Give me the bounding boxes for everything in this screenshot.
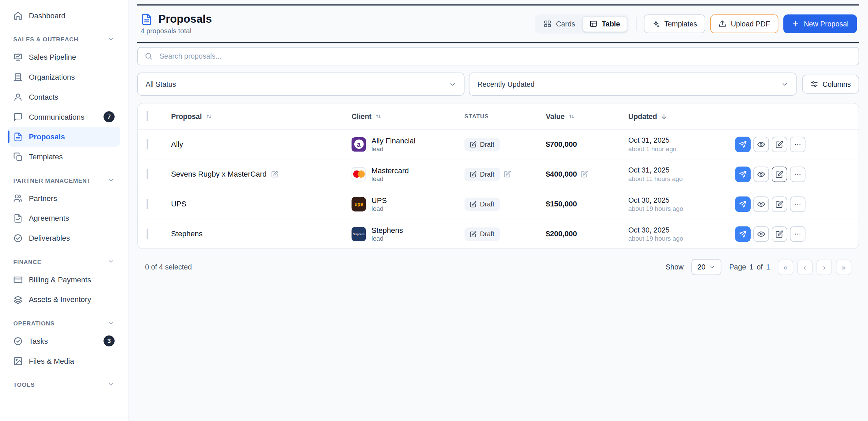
sort-icon — [568, 113, 575, 120]
more-button[interactable] — [790, 136, 806, 152]
sidebar-section-tools[interactable]: TOOLS — [8, 371, 120, 393]
view-cards-button[interactable]: Cards — [537, 16, 583, 32]
eye-icon — [757, 200, 765, 208]
sidebar-section-partner-management[interactable]: PARTNER MANAGEMENT — [8, 166, 120, 188]
row-checkbox[interactable] — [147, 198, 148, 209]
header-divider — [137, 42, 859, 43]
sidebar-item-templates[interactable]: Templates — [8, 147, 120, 167]
more-button[interactable] — [790, 166, 806, 182]
sidebar-item-proposals[interactable]: Proposals — [8, 127, 120, 147]
view-button[interactable] — [753, 196, 769, 212]
send-button[interactable] — [735, 136, 751, 152]
send-button[interactable] — [735, 166, 751, 182]
pagination: « ‹ › » — [778, 259, 851, 275]
column-header-updated[interactable]: Updated — [628, 112, 735, 120]
eye-icon — [757, 140, 765, 148]
sidebar-item-agreements[interactable]: Agreements — [8, 208, 120, 228]
view-button[interactable] — [753, 166, 769, 182]
edit-value-icon[interactable] — [581, 171, 588, 178]
first-page-button[interactable]: « — [778, 259, 793, 275]
sort-select[interactable]: Recently Updated — [469, 73, 796, 96]
divider — [636, 17, 637, 31]
edit-icon — [470, 230, 477, 237]
status-filter-select[interactable]: All Status — [137, 73, 465, 96]
templates-button[interactable]: Templates — [644, 14, 706, 33]
chevron-down-icon — [449, 81, 456, 88]
edit-button[interactable] — [772, 196, 787, 212]
column-header-proposal[interactable]: Proposal — [171, 112, 351, 120]
edit-icon — [775, 170, 783, 178]
grid-icon — [544, 20, 552, 28]
row-checkbox[interactable] — [147, 168, 148, 179]
more-button[interactable] — [790, 196, 806, 212]
file-signature-icon — [13, 213, 23, 223]
client-logo: ups — [352, 197, 366, 211]
sort-icon — [375, 113, 382, 120]
select-all-checkbox[interactable] — [147, 111, 148, 121]
edit-name-icon[interactable] — [271, 171, 278, 178]
edit-button[interactable] — [772, 166, 787, 182]
prev-page-button[interactable]: ‹ — [797, 259, 813, 275]
send-button[interactable] — [735, 226, 751, 242]
row-checkbox[interactable] — [147, 228, 148, 239]
sidebar-item-assets-inventory[interactable]: Assets & Inventory — [8, 289, 120, 309]
sidebar-item-deliverables[interactable]: Deliverables — [8, 228, 120, 248]
edit-button[interactable] — [772, 226, 787, 242]
edit-button[interactable] — [772, 136, 787, 152]
sidebar: Dashboard SALES & OUTREACH Sales Pipelin… — [0, 0, 129, 421]
page-indicator: Page 1 of 1 — [729, 263, 770, 271]
proposal-value: $200,000 — [546, 230, 577, 238]
edit-icon — [470, 171, 477, 178]
sidebar-item-sales-pipeline[interactable]: Sales Pipeline — [8, 47, 120, 67]
status-badge[interactable]: Draft — [465, 138, 500, 151]
sidebar-section-operations[interactable]: OPERATIONS — [8, 309, 120, 331]
last-page-button[interactable]: » — [836, 259, 851, 275]
client-name: Mastercard — [372, 166, 409, 175]
page-header: Proposals 4 proposals total Cards Table — [137, 5, 859, 42]
sidebar-section-finance[interactable]: FINANCE — [8, 248, 120, 269]
status-badge[interactable]: Draft — [465, 167, 500, 181]
proposal-name: Ally — [171, 140, 183, 148]
new-proposal-button[interactable]: New Proposal — [783, 14, 857, 33]
sidebar-item-dashboard[interactable]: Dashboard — [8, 5, 120, 25]
status-badge[interactable]: Draft — [465, 197, 500, 210]
sidebar-item-organizations[interactable]: Organizations — [8, 67, 120, 87]
chat-icon — [13, 112, 23, 122]
column-header-client[interactable]: Client — [352, 112, 465, 120]
page-size-select[interactable]: 20 — [691, 259, 722, 275]
view-table-button[interactable]: Table — [583, 16, 627, 32]
row-checkbox[interactable] — [147, 139, 148, 149]
sidebar-item-communications[interactable]: Communications 7 — [8, 107, 120, 127]
sidebar-item-contacts[interactable]: Contacts — [8, 87, 120, 107]
plus-icon — [792, 20, 800, 28]
send-button[interactable] — [735, 196, 751, 212]
search-input[interactable] — [158, 52, 852, 61]
view-button[interactable] — [753, 226, 769, 242]
table-row: Stephens Stephens Stephens lead Draft — [138, 219, 859, 249]
edit-status-icon[interactable] — [504, 171, 511, 178]
sidebar-item-partners[interactable]: Partners — [8, 188, 120, 208]
next-page-button[interactable]: › — [816, 259, 832, 275]
status-badge[interactable]: Draft — [465, 227, 500, 240]
sidebar-item-files-media[interactable]: Files & Media — [8, 351, 120, 371]
table-row: Sevens Rugby x MasterCard Mastercard lea… — [138, 159, 859, 189]
upload-pdf-button[interactable]: Upload PDF — [710, 14, 778, 33]
edit-icon — [470, 201, 477, 207]
send-icon — [739, 230, 747, 238]
column-header-value[interactable]: Value — [546, 112, 628, 120]
client-logo: Stephens — [352, 227, 366, 241]
sidebar-item-billing-payments[interactable]: Billing & Payments — [8, 269, 120, 289]
client-name: Ally Financial — [372, 136, 416, 144]
eye-icon — [757, 170, 765, 178]
proposal-name: Sevens Rugby x MasterCard — [171, 170, 267, 178]
proposal-value: $150,000 — [546, 200, 577, 208]
columns-button[interactable]: Columns — [802, 75, 859, 94]
sidebar-section-sales-outreach[interactable]: SALES & OUTREACH — [8, 25, 120, 47]
sidebar-item-tasks[interactable]: Tasks 3 — [8, 331, 120, 351]
document-icon — [13, 132, 23, 141]
copy-icon — [13, 152, 23, 161]
view-button[interactable] — [753, 136, 769, 152]
more-button[interactable] — [790, 226, 806, 242]
unread-badge: 7 — [103, 111, 115, 122]
show-label: Show — [666, 263, 684, 271]
